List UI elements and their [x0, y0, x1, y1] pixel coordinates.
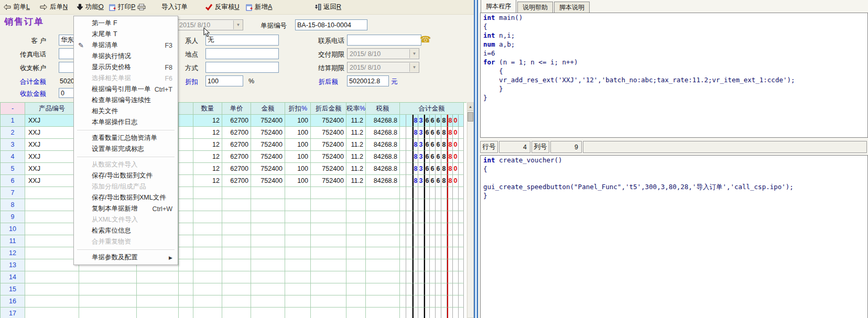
cell-hid3[interactable]	[179, 187, 193, 199]
cell-hid3[interactable]	[179, 211, 193, 223]
amount-digit-cell[interactable]	[436, 235, 441, 247]
cell-price[interactable]	[222, 247, 251, 259]
cell-qty[interactable]	[193, 259, 222, 271]
chevron-down-icon[interactable]: ▼	[233, 20, 243, 29]
cell-product[interactable]	[25, 308, 79, 318]
amount-digit-cell[interactable]: 6	[430, 127, 436, 139]
amount-digit-cell[interactable]: 0	[453, 163, 459, 175]
toolbar-print-button[interactable]: 打印P	[107, 2, 147, 13]
amount-digit-cell[interactable]	[424, 247, 430, 259]
amount-digit-cell[interactable]: 8	[447, 139, 453, 151]
amount-digit-cell[interactable]: 6	[436, 139, 441, 151]
amount-digit-cell[interactable]: 3	[418, 151, 424, 163]
amount-digit-cell[interactable]	[413, 187, 418, 199]
amount-digit-cell[interactable]: 6	[430, 163, 436, 175]
cell-price[interactable]: 62700	[222, 163, 251, 175]
amount-digit-cell[interactable]: 8	[413, 115, 418, 127]
toolbar-functions-button[interactable]: 功能O	[75, 2, 105, 13]
cell-price[interactable]	[222, 295, 251, 308]
cell-taxrate[interactable]	[346, 199, 366, 211]
cell-amount[interactable]	[251, 235, 285, 247]
cell-amount[interactable]	[251, 295, 285, 308]
amount-digit-cell[interactable]: 6	[430, 151, 436, 163]
cell-product[interactable]	[25, 211, 79, 223]
amount-digit-cell[interactable]	[453, 308, 459, 318]
cell-amount[interactable]	[251, 271, 285, 283]
amount-digit-cell[interactable]	[406, 283, 413, 295]
cell-discount[interactable]: 100	[285, 115, 311, 127]
amount-digit-cell[interactable]: 8	[441, 127, 447, 139]
amount-digit-cell[interactable]	[418, 223, 424, 235]
cell-hid1[interactable]	[79, 308, 137, 318]
cell-product[interactable]	[25, 259, 79, 271]
cell-amount[interactable]: 752400	[251, 139, 285, 151]
cell-price[interactable]	[222, 223, 251, 235]
cell-discount[interactable]	[285, 259, 311, 271]
amount-digit-cell[interactable]	[453, 295, 459, 308]
amount-digit-cell[interactable]	[400, 175, 406, 187]
scroll-up-icon[interactable]: ▲	[468, 103, 473, 111]
amount-digit-cell[interactable]: 8	[447, 127, 453, 139]
amount-digit-cell[interactable]: 6	[424, 139, 430, 151]
scrollbar-thumb[interactable]	[468, 112, 473, 122]
method-input[interactable]	[205, 62, 279, 73]
amount-digit-cell[interactable]: 3	[418, 175, 424, 187]
cell-discounted[interactable]	[311, 235, 346, 247]
cell-hid3[interactable]	[179, 295, 193, 308]
amount-digit-cell[interactable]: 8	[413, 163, 418, 175]
cell-taxrate[interactable]	[346, 283, 366, 295]
tab-脚本程序[interactable]: 脚本程序	[481, 0, 516, 13]
amount-digit-cell[interactable]	[400, 187, 406, 199]
amount-digit-cell[interactable]	[400, 271, 406, 283]
cell-discounted[interactable]: 752400	[311, 115, 346, 127]
cell-discount[interactable]	[285, 223, 311, 235]
cell-product[interactable]	[25, 247, 79, 259]
amount-digit-cell[interactable]	[447, 283, 453, 295]
cell-amount[interactable]	[251, 259, 285, 271]
cell-tax[interactable]	[366, 211, 400, 223]
amount-digit-cell[interactable]	[436, 308, 441, 318]
cell-qty[interactable]	[193, 187, 222, 199]
panel-splitter[interactable]	[474, 0, 478, 318]
cell-discounted[interactable]	[311, 308, 346, 318]
amount-digit-cell[interactable]	[424, 199, 430, 211]
menu-item-11[interactable]: 查看数量汇总物资清单	[74, 133, 178, 144]
amount-digit-cell[interactable]: 8	[413, 139, 418, 151]
amount-digit-cell[interactable]	[418, 211, 424, 223]
amount-digit-cell[interactable]	[441, 211, 447, 223]
amount-digit-cell[interactable]	[406, 223, 413, 235]
cell-taxrate[interactable]	[346, 235, 366, 247]
cell-discount[interactable]: 100	[285, 175, 311, 187]
amount-digit-cell[interactable]	[400, 211, 406, 223]
amount-digit-cell[interactable]	[424, 223, 430, 235]
amount-digit-cell[interactable]	[406, 187, 413, 199]
cell-taxrate[interactable]	[346, 271, 366, 283]
amount-digit-cell[interactable]: 3	[418, 115, 424, 127]
amount-digit-cell[interactable]: 8	[413, 151, 418, 163]
cell-discounted[interactable]: 752400	[311, 151, 346, 163]
toolbar-return-button[interactable]: 返回R	[313, 2, 343, 13]
menu-item-19[interactable]: 检索库位信息	[74, 225, 178, 236]
tab-脚本说明[interactable]: 脚本说明	[554, 2, 590, 14]
delivery-date-combo[interactable]: 2015/ 8/10 ▼	[347, 48, 419, 59]
cell-tax[interactable]: 84268.8	[366, 163, 400, 175]
toolbar-next-doc-button[interactable]: 后单N	[38, 2, 69, 13]
cell-tax[interactable]: 84268.8	[366, 151, 400, 163]
amount-digit-cell[interactable]: 6	[430, 139, 436, 151]
amount-digit-cell[interactable]	[453, 223, 459, 235]
cell-hid3[interactable]	[179, 223, 193, 235]
cell-taxrate[interactable]	[346, 295, 366, 308]
amount-digit-cell[interactable]	[400, 223, 406, 235]
cell-tax[interactable]	[366, 295, 400, 308]
cell-hid3[interactable]	[179, 115, 193, 127]
amount-digit-cell[interactable]	[424, 308, 430, 318]
cell-product[interactable]	[25, 187, 79, 199]
amount-digit-cell[interactable]	[441, 187, 447, 199]
amount-digit-cell[interactable]	[436, 283, 441, 295]
cell-price[interactable]	[222, 308, 251, 318]
cell-hid2[interactable]	[137, 308, 179, 318]
cell-price[interactable]	[222, 283, 251, 295]
cell-product[interactable]: XXJ	[25, 151, 79, 163]
cell-qty[interactable]	[193, 247, 222, 259]
cell-tax[interactable]	[366, 308, 400, 318]
